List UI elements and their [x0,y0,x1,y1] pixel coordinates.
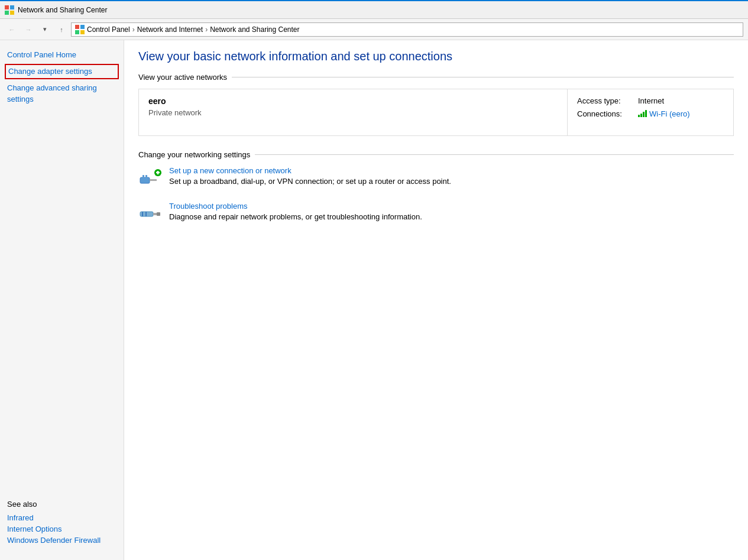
back-button[interactable]: ← [5,22,19,37]
nav-bar: ← → ▾ ↑ Control Panel › Network and Inte… [0,19,748,40]
main-layout: Control Panel Home Change adapter settin… [0,40,748,560]
address-bar[interactable]: Control Panel › Network and Internet › N… [71,22,743,37]
svg-rect-6 [75,30,79,34]
svg-rect-11 [150,179,157,181]
breadcrumb: Control Panel › Network and Internet › N… [87,25,300,34]
breadcrumb-network-internet[interactable]: Network and Internet [137,25,203,34]
network-right-panel: Access type: Internet Connections: [568,89,733,135]
connections-row: Connections: Wi-Fi (eero) [577,109,724,119]
active-networks-box: eero Private network Access type: Intern… [138,89,734,136]
svg-rect-8 [140,177,150,183]
networking-settings-section-header: Change your networking settings [138,150,734,159]
active-networks-label: View your active networks [138,73,227,82]
connections-label: Connections: [577,109,633,118]
networking-settings: Change your networking settings [138,150,734,225]
svg-rect-17 [157,212,160,216]
sidebar: Control Panel Home Change adapter settin… [0,40,124,560]
up-button[interactable]: ↑ [54,22,69,37]
breadcrumb-control-panel[interactable]: Control Panel [87,25,130,34]
sidebar-link-windows-defender-firewall[interactable]: Windows Defender Firewall [7,535,116,546]
forward-button[interactable]: → [21,22,35,37]
sidebar-bottom: See also Infrared Internet Options Windo… [0,493,124,553]
sidebar-top: Control Panel Home Change adapter settin… [0,47,124,107]
page-title: View your basic network information and … [138,50,734,63]
networking-settings-divider [255,154,734,155]
svg-rect-7 [80,30,85,34]
wifi-link-text: Wi-Fi (eero) [649,109,690,118]
sidebar-link-infrared[interactable]: Infrared [7,512,116,523]
troubleshoot-item: Troubleshoot problems Diagnose and repai… [138,202,734,225]
sidebar-link-change-adapter[interactable]: Change adapter settings [5,64,119,79]
network-left-panel: eero Private network [139,89,568,135]
address-bar-icon [75,25,85,34]
network-type: Private network [148,108,558,117]
access-type-value: Internet [638,96,664,105]
svg-rect-1 [10,5,14,9]
content-area: View your basic network information and … [124,40,748,560]
svg-rect-2 [5,11,9,15]
access-type-label: Access type: [577,96,633,105]
sidebar-link-internet-options[interactable]: Internet Options [7,523,116,535]
troubleshoot-desc: Diagnose and repair network problems, or… [169,212,422,221]
active-networks-section-header: View your active networks [138,73,734,82]
recent-locations-button[interactable]: ▾ [38,22,52,37]
svg-rect-0 [5,5,9,9]
new-connection-icon [138,166,162,190]
title-bar-title: Network and Sharing Center [18,6,107,14]
see-also-label: See also [7,500,116,509]
network-name: eero [148,96,558,106]
active-networks-divider [232,77,734,77]
title-bar: Network and Sharing Center [0,0,748,19]
wifi-connection-link[interactable]: Wi-Fi (eero) [638,109,690,119]
troubleshoot-link[interactable]: Troubleshoot problems [169,202,422,211]
sidebar-link-change-advanced[interactable]: Change advanced sharing settings [0,80,124,106]
sidebar-link-control-panel-home[interactable]: Control Panel Home [0,47,124,63]
access-type-row: Access type: Internet [577,96,724,105]
breadcrumb-network-sharing-center[interactable]: Network and Sharing Center [210,25,299,34]
new-connection-link[interactable]: Set up a new connection or network [169,166,451,175]
svg-rect-16 [153,213,157,215]
title-bar-icon [5,5,14,15]
svg-rect-9 [143,175,144,178]
new-connection-text: Set up a new connection or network Set u… [169,166,451,186]
networking-settings-label: Change your networking settings [138,150,250,159]
troubleshoot-icon [138,202,162,225]
troubleshoot-text: Troubleshoot problems Diagnose and repai… [169,202,422,221]
svg-rect-14 [157,171,159,174]
new-connection-desc: Set up a broadband, dial-up, or VPN conn… [169,177,451,186]
svg-rect-5 [80,25,85,29]
svg-rect-3 [10,11,14,15]
wifi-signal-icon [638,109,647,119]
svg-rect-4 [75,25,79,29]
new-connection-item: Set up a new connection or network Set u… [138,166,734,190]
svg-rect-10 [145,175,147,178]
